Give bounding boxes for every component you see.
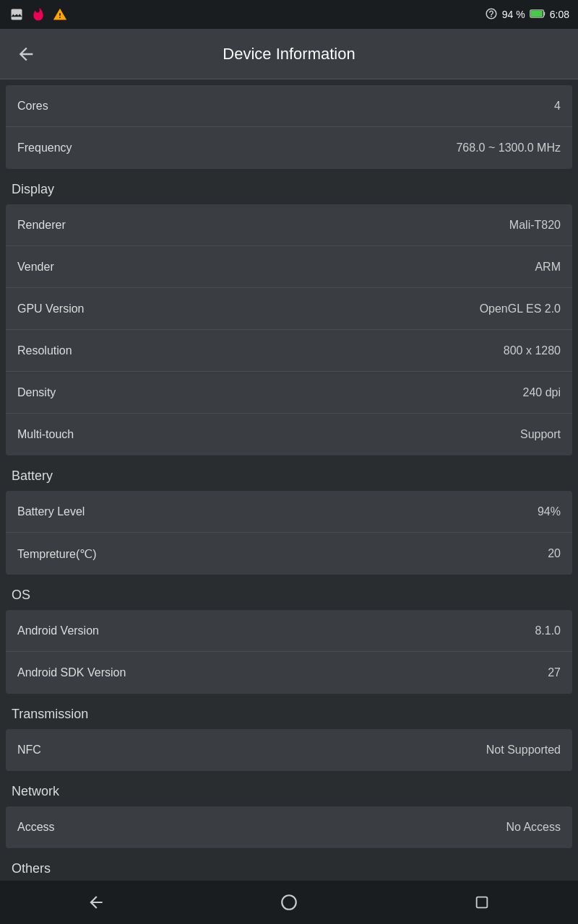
info-row: Tempreture(℃)20 [6, 533, 572, 575]
info-card-os: Android Version8.1.0Android SDK Version2… [6, 610, 572, 694]
info-row: AccessNo Access [6, 806, 572, 848]
svg-rect-1 [543, 12, 545, 15]
info-row-value: 240 dpi [523, 386, 561, 399]
nav-bar [0, 881, 578, 924]
info-card-battery: Battery Level94%Tempreture(℃)20 [6, 491, 572, 575]
svg-rect-4 [476, 897, 487, 908]
info-row: RendererMali-T820 [6, 204, 572, 246]
back-nav-button[interactable] [74, 881, 118, 924]
section-header-transmission: Transmission [0, 694, 578, 729]
info-row-label: Density [17, 386, 56, 399]
top-bar: Device Information [0, 29, 578, 79]
section-header-os: OS [0, 575, 578, 610]
back-button[interactable] [12, 40, 40, 69]
info-row: Resolution800 x 1280 [6, 330, 572, 372]
info-row-label: Cores [17, 100, 48, 113]
info-row-label: NFC [17, 744, 41, 757]
photo-icon [9, 6, 25, 22]
info-row-value: 4 [554, 100, 561, 113]
info-row-label: Access [17, 821, 55, 834]
status-bar: 94 % 6:08 [0, 0, 578, 29]
info-row-value: No Access [506, 821, 561, 834]
info-row-label: Battery Level [17, 505, 85, 518]
info-row-value: Not Supported [486, 744, 561, 757]
svg-rect-2 [530, 10, 542, 16]
info-row: VenderARM [6, 246, 572, 288]
info-row: Battery Level94% [6, 491, 572, 533]
flame-icon [30, 6, 46, 22]
battery-icon [530, 9, 545, 21]
battery-percent: 94 % [502, 9, 525, 20]
info-row: Density240 dpi [6, 372, 572, 414]
info-row: Frequency768.0 ~ 1300.0 MHz [6, 127, 572, 169]
info-row-value: ARM [535, 261, 561, 274]
info-row: Multi-touchSupport [6, 414, 572, 456]
info-row-value: 94% [538, 505, 561, 518]
status-bar-right: 94 % 6:08 [485, 7, 569, 22]
info-card-cpu: Cores4Frequency768.0 ~ 1300.0 MHz [6, 85, 572, 169]
info-card-display: RendererMali-T820VenderARMGPU VersionOpe… [6, 204, 572, 456]
page-title: Device Information [40, 45, 538, 64]
info-row-label: Renderer [17, 219, 66, 232]
home-nav-button[interactable] [267, 881, 311, 924]
section-header-network: Network [0, 771, 578, 806]
info-row: NFCNot Supported [6, 729, 572, 771]
recents-nav-button[interactable] [460, 881, 504, 924]
info-row-value: 8.1.0 [535, 624, 561, 637]
section-header-display: Display [0, 169, 578, 204]
info-row-value: 20 [548, 547, 561, 560]
section-header-others: Others [0, 848, 578, 881]
info-row-label: Resolution [17, 344, 72, 357]
info-row-value: 768.0 ~ 1300.0 MHz [456, 141, 561, 154]
info-row-label: GPU Version [17, 302, 84, 315]
info-row-label: Multi-touch [17, 428, 74, 441]
info-row-value: OpenGL ES 2.0 [480, 302, 561, 315]
info-card-network: AccessNo Access [6, 806, 572, 848]
info-row-label: Vender [17, 261, 54, 274]
question-icon [485, 7, 498, 22]
info-row: Android Version8.1.0 [6, 610, 572, 652]
info-row-label: Tempreture(℃) [17, 547, 97, 561]
info-row: GPU VersionOpenGL ES 2.0 [6, 288, 572, 330]
info-row-label: Android Version [17, 624, 99, 637]
time: 6:08 [550, 9, 569, 20]
info-card-transmission: NFCNot Supported [6, 729, 572, 771]
content-area: Cores4Frequency768.0 ~ 1300.0 MHzDisplay… [0, 79, 578, 881]
info-row-label: Android SDK Version [17, 666, 126, 679]
info-row-value: Mali-T820 [509, 219, 561, 232]
status-bar-icons [9, 6, 68, 22]
info-row-value: 27 [548, 666, 561, 679]
info-row: Android SDK Version27 [6, 652, 572, 694]
svg-point-3 [282, 895, 296, 910]
info-row-label: Frequency [17, 141, 72, 154]
warning-icon [52, 6, 68, 22]
section-header-battery: Battery [0, 456, 578, 491]
info-row-value: Support [520, 428, 561, 441]
info-row: Cores4 [6, 85, 572, 127]
info-row-value: 578 x 924 [504, 344, 561, 357]
